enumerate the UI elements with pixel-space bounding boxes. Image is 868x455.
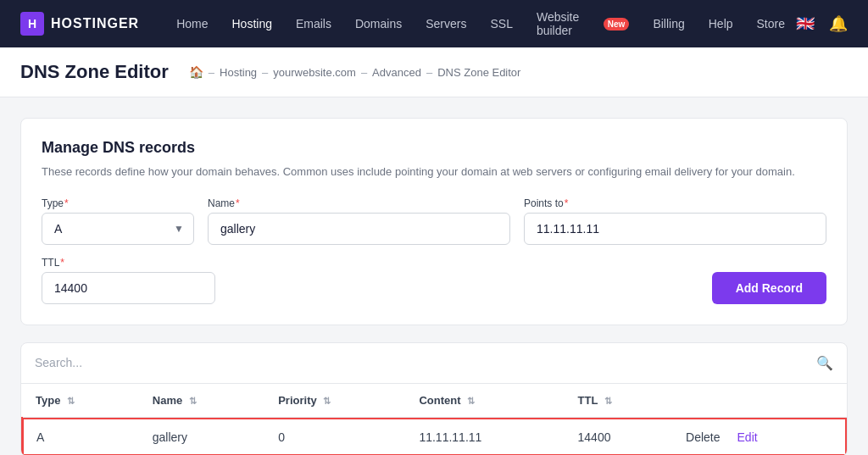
- cell-priority: 0: [264, 418, 405, 456]
- nav-website-builder[interactable]: Website builder New: [526, 3, 639, 44]
- sort-icon-name: ⇅: [189, 396, 197, 407]
- search-input[interactable]: [35, 356, 808, 369]
- nav-help[interactable]: Help: [698, 10, 743, 37]
- logo[interactable]: H HOSTINGER: [20, 12, 139, 36]
- form-row-1: Type* A AAAA CNAME MX TXT NS SRV CAA ▼: [42, 197, 826, 245]
- nav-store[interactable]: Store: [747, 10, 795, 37]
- points-to-label: Points to*: [524, 197, 826, 209]
- manage-dns-title: Manage DNS records: [42, 139, 826, 157]
- type-select[interactable]: A AAAA CNAME MX TXT NS SRV CAA: [42, 213, 194, 245]
- cell-actions: Delete Edit: [672, 418, 847, 456]
- sort-icon-priority: ⇅: [323, 396, 331, 407]
- new-badge: New: [604, 18, 630, 31]
- breadcrumb: 🏠 – Hosting – yourwebsite.com – Advanced…: [189, 65, 521, 79]
- edit-button[interactable]: Edit: [737, 430, 758, 444]
- nav-home[interactable]: Home: [166, 10, 218, 37]
- logo-icon: H: [20, 12, 44, 36]
- cell-name: gallery: [139, 418, 264, 456]
- ttl-input[interactable]: [42, 272, 215, 304]
- search-bar: 🔍: [21, 343, 847, 384]
- points-to-group: Points to*: [524, 197, 826, 245]
- logo-text: HOSTINGER: [51, 16, 139, 31]
- breadcrumb-home[interactable]: 🏠: [189, 65, 203, 79]
- nav-servers[interactable]: Servers: [415, 10, 476, 37]
- ttl-label: TTL*: [42, 257, 215, 269]
- breadcrumb-sep-1: –: [209, 66, 214, 79]
- actions-cell: Delete Edit: [686, 430, 833, 444]
- type-group: Type* A AAAA CNAME MX TXT NS SRV CAA ▼: [42, 197, 194, 245]
- breadcrumb-sep-2: –: [262, 66, 268, 79]
- col-ttl[interactable]: TTL ⇅: [565, 384, 673, 418]
- name-label: Name*: [208, 197, 510, 209]
- col-actions: [672, 384, 847, 418]
- manage-dns-card: Manage DNS records These records define …: [20, 118, 848, 325]
- cell-type: A: [22, 418, 139, 456]
- delete-button[interactable]: Delete: [686, 430, 720, 444]
- sort-icon-type: ⇅: [67, 396, 75, 407]
- sort-icon-ttl: ⇅: [604, 396, 612, 407]
- type-select-wrapper: A AAAA CNAME MX TXT NS SRV CAA ▼: [42, 213, 194, 245]
- cell-content: 11.11.11.11: [405, 418, 564, 456]
- form-row-2: TTL* Add Record: [42, 257, 826, 304]
- nav-emails[interactable]: Emails: [286, 10, 342, 37]
- breadcrumb-advanced[interactable]: Advanced: [372, 66, 421, 79]
- breadcrumb-sep-3: –: [361, 66, 367, 79]
- nav-billing[interactable]: Billing: [643, 10, 694, 37]
- table-header: Type ⇅ Name ⇅ Priority ⇅ Content ⇅: [22, 384, 847, 418]
- navbar: H HOSTINGER Home Hosting Emails Domains …: [0, 0, 868, 47]
- nav-right: 🇬🇧 🔔: [795, 14, 848, 33]
- add-record-button[interactable]: Add Record: [712, 272, 826, 304]
- search-icon: 🔍: [816, 355, 833, 371]
- name-input[interactable]: [208, 213, 510, 245]
- language-flag[interactable]: 🇬🇧: [795, 17, 815, 31]
- ttl-group: TTL*: [42, 257, 215, 304]
- type-label: Type*: [42, 197, 194, 209]
- dns-table: Type ⇅ Name ⇅ Priority ⇅ Content ⇅: [21, 384, 847, 456]
- nav-links: Home Hosting Emails Domains Servers SSL …: [166, 3, 795, 44]
- breadcrumb-current: DNS Zone Editor: [437, 66, 520, 79]
- cell-ttl: 14400: [565, 418, 673, 456]
- nav-domains[interactable]: Domains: [345, 10, 412, 37]
- name-group: Name*: [208, 197, 510, 245]
- breadcrumb-sep-4: –: [426, 66, 432, 79]
- page-header: DNS Zone Editor 🏠 – Hosting – yourwebsit…: [0, 47, 868, 97]
- points-to-input[interactable]: [524, 213, 826, 245]
- nav-hosting[interactable]: Hosting: [221, 10, 281, 37]
- breadcrumb-hosting[interactable]: Hosting: [220, 66, 257, 79]
- dns-records-table-card: 🔍 Type ⇅ Name ⇅ Priority ⇅: [20, 342, 848, 456]
- sort-icon-content: ⇅: [467, 396, 475, 407]
- notification-bell[interactable]: 🔔: [829, 14, 848, 33]
- col-name[interactable]: Name ⇅: [139, 384, 264, 418]
- breadcrumb-domain[interactable]: yourwebsite.com: [273, 66, 356, 79]
- table-body: A gallery 0 11.11.11.11 14400 Delete Edi…: [22, 418, 847, 456]
- manage-dns-desc: These records define how your domain beh…: [42, 164, 826, 180]
- col-content[interactable]: Content ⇅: [405, 384, 564, 418]
- nav-ssl[interactable]: SSL: [480, 10, 522, 37]
- col-priority[interactable]: Priority ⇅: [264, 384, 405, 418]
- col-type[interactable]: Type ⇅: [22, 384, 139, 418]
- page-title: DNS Zone Editor: [20, 61, 169, 83]
- table-row: A gallery 0 11.11.11.11 14400 Delete Edi…: [22, 418, 847, 456]
- main-content: Manage DNS records These records define …: [0, 97, 868, 455]
